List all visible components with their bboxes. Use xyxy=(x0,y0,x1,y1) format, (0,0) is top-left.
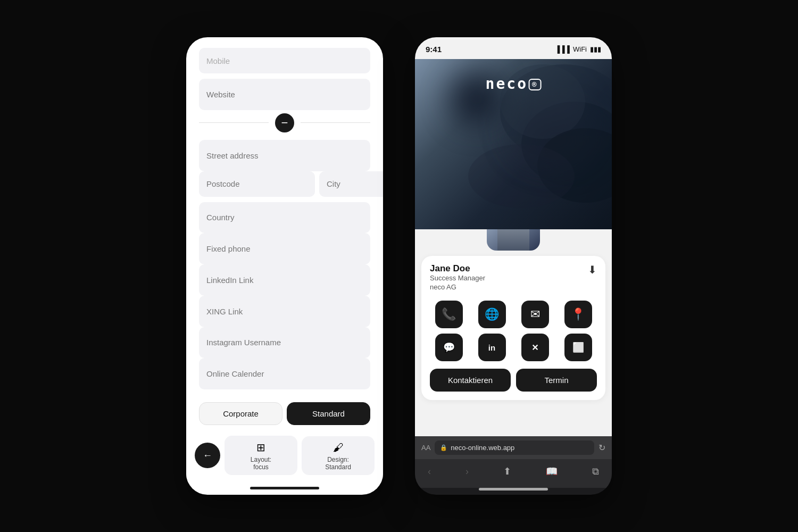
divider-line-2 xyxy=(301,122,370,123)
avatar xyxy=(487,229,540,251)
mobile-field[interactable]: Mobile xyxy=(199,48,370,73)
street-input[interactable] xyxy=(199,140,370,171)
back-button[interactable]: ← xyxy=(195,443,220,468)
brand-logo-box: ® xyxy=(529,79,541,90)
lock-icon: 🔒 xyxy=(440,444,447,451)
right-phone: 9:41 ▐▐▐ WiFi ▮▮▮ neco® xyxy=(415,37,612,495)
layout-label: Layout:focus xyxy=(251,456,271,471)
tab-standard[interactable]: Standard xyxy=(287,402,370,425)
design-icon: 🖌 xyxy=(333,442,344,454)
xing-icon: ✕ xyxy=(531,343,538,353)
postcode-city-row xyxy=(199,171,370,197)
bottom-nav: ← ⊞ Layout:focus 🖌 Design:Standard xyxy=(186,431,383,484)
back-nav-icon[interactable]: ‹ xyxy=(423,464,435,479)
mail-icon: ✉ xyxy=(530,307,540,321)
xing-input[interactable] xyxy=(199,296,370,327)
tab-row: Corporate Standard xyxy=(186,398,383,431)
divider-row: − xyxy=(199,113,370,132)
browser-nav: ‹ › ⬆ 📖 ⧉ xyxy=(415,459,612,488)
postcode-input[interactable] xyxy=(199,171,315,197)
back-arrow-icon: ← xyxy=(203,450,212,461)
calendar-input[interactable] xyxy=(199,358,370,389)
profile-card-container: Jane Doe Success Manager neco AG ⬇ 📞 🌐 xyxy=(415,229,612,436)
globe-icon-btn[interactable]: 🌐 xyxy=(478,301,506,328)
avatar-body xyxy=(497,229,529,251)
linkedin-icon: in xyxy=(488,343,495,352)
aa-label[interactable]: AA xyxy=(421,444,430,452)
url-bar[interactable]: 🔒 neco-online.web.app xyxy=(435,440,594,455)
battery-icon: ▮▮▮ xyxy=(590,45,601,53)
profile-name-row: Jane Doe Success Manager neco AG ⬇ xyxy=(430,263,597,298)
phone-icon-btn[interactable]: 📞 xyxy=(435,301,463,328)
divider-line xyxy=(199,122,269,123)
fixed-phone-input[interactable] xyxy=(199,233,370,264)
instagram-input[interactable] xyxy=(199,327,370,359)
linkedin-icon-btn[interactable]: in xyxy=(478,334,506,361)
profile-name: Jane Doe xyxy=(430,263,485,274)
contact-button[interactable]: Kontaktieren xyxy=(430,369,511,392)
profile-company: neco AG xyxy=(430,283,485,291)
download-button[interactable]: ⬇ xyxy=(588,263,597,276)
layout-icon: ⊞ xyxy=(256,441,265,454)
tabs-icon[interactable]: ⧉ xyxy=(588,464,603,479)
instagram-icon-btn[interactable]: ⬜ xyxy=(564,334,592,361)
share-icon[interactable]: ⬆ xyxy=(499,463,516,479)
profile-card: Jane Doe Success Manager neco AG ⬇ 📞 🌐 xyxy=(421,256,605,400)
whatsapp-icon-btn[interactable]: 💬 xyxy=(435,334,463,361)
svg-point-4 xyxy=(468,144,575,208)
form-fields: Mobile − xyxy=(186,37,383,398)
whatsapp-icon: 💬 xyxy=(443,342,455,353)
wifi-icon: WiFi xyxy=(573,45,587,53)
design-label: Design:Standard xyxy=(325,456,351,471)
website-input[interactable] xyxy=(199,79,370,110)
reload-icon[interactable]: ↻ xyxy=(598,443,605,453)
left-phone: Mobile − Corporate xyxy=(186,37,383,495)
profile-title: Success Manager xyxy=(430,274,485,282)
location-icon-btn[interactable]: 📍 xyxy=(564,301,592,328)
bookmarks-icon[interactable]: 📖 xyxy=(542,463,562,479)
brand-logo: neco® xyxy=(486,75,542,93)
browser-content: neco® Jane Doe Success Manager nec xyxy=(415,59,612,495)
signal-icon: ▐▐▐ xyxy=(555,45,570,53)
tab-corporate[interactable]: Corporate xyxy=(199,402,282,425)
avatar-wrapper xyxy=(415,229,612,251)
action-row: Kontaktieren Termin xyxy=(430,369,597,392)
instagram-icon: ⬜ xyxy=(572,342,584,353)
location-icon: 📍 xyxy=(571,307,585,321)
globe-icon: 🌐 xyxy=(485,307,499,321)
profile-info: Jane Doe Success Manager neco AG xyxy=(430,263,485,298)
home-bar xyxy=(250,487,319,489)
status-icons: ▐▐▐ WiFi ▮▮▮ xyxy=(555,45,601,53)
status-time: 9:41 xyxy=(426,45,442,54)
mail-icon-btn[interactable]: ✉ xyxy=(521,301,549,328)
layout-nav-card[interactable]: ⊞ Layout:focus xyxy=(225,436,297,475)
hero-background: neco® xyxy=(415,59,612,229)
mobile-label: Mobile xyxy=(206,56,230,65)
url-text: neco-online.web.app xyxy=(451,444,514,452)
design-nav-card[interactable]: 🖌 Design:Standard xyxy=(302,436,375,475)
country-input[interactable] xyxy=(199,202,370,234)
remove-button[interactable]: − xyxy=(275,113,294,132)
status-bar: 9:41 ▐▐▐ WiFi ▮▮▮ xyxy=(415,37,612,59)
appointment-button[interactable]: Termin xyxy=(516,369,597,392)
city-input[interactable] xyxy=(319,171,383,197)
browser-address-bar: AA 🔒 neco-online.web.app ↻ xyxy=(415,436,612,459)
xing-icon-btn[interactable]: ✕ xyxy=(521,334,549,361)
home-bar-right xyxy=(479,488,548,491)
linkedin-input[interactable] xyxy=(199,264,370,296)
icon-grid: 📞 🌐 ✉ 📍 💬 in xyxy=(430,301,597,361)
forward-nav-icon[interactable]: › xyxy=(461,464,473,479)
phone-icon: 📞 xyxy=(442,307,456,321)
